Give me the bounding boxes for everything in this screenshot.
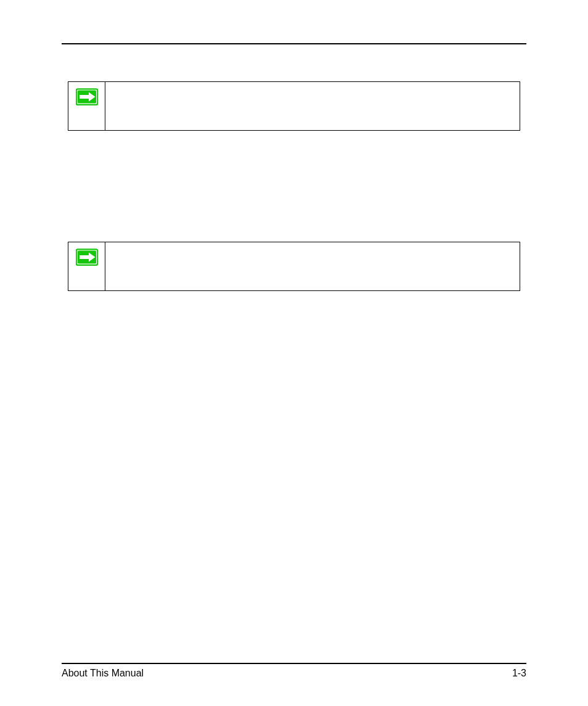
arrow-right-icon <box>76 248 98 266</box>
note-text <box>105 242 520 290</box>
spacer <box>62 168 526 242</box>
footer-row: About This Manual 1-3 <box>62 668 526 679</box>
footer-page-number: 1-3 <box>512 668 526 679</box>
footer-horizontal-rule <box>62 663 526 664</box>
svg-rect-2 <box>80 95 89 99</box>
note-icon-cell <box>68 242 105 290</box>
note-box-2 <box>68 242 520 291</box>
note-box-1 <box>68 81 520 131</box>
note-icon-cell <box>68 82 105 130</box>
arrow-right-icon <box>76 88 98 105</box>
svg-rect-6 <box>80 255 89 259</box>
page: About This Manual 1-3 <box>0 0 588 706</box>
page-footer: About This Manual 1-3 <box>62 663 526 679</box>
footer-left-text: About This Manual <box>62 668 144 679</box>
note-text <box>105 82 520 130</box>
top-horizontal-rule <box>62 43 526 44</box>
